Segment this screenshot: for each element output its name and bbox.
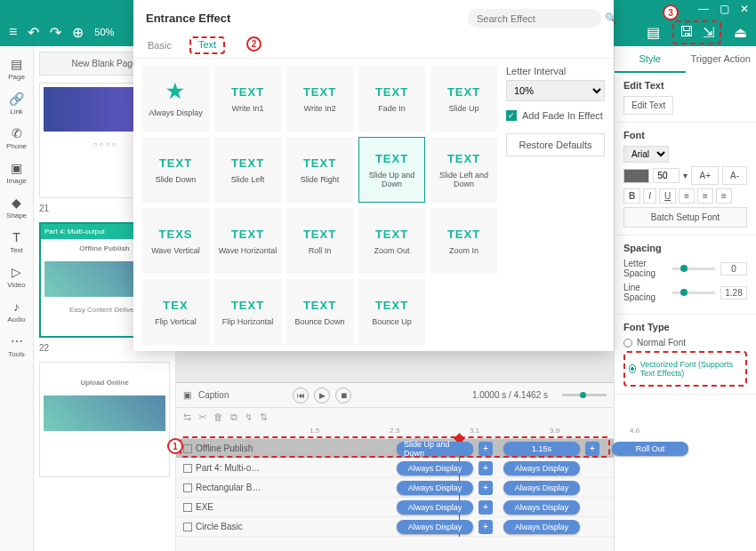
exit-icon[interactable]: ⏏ — [734, 24, 747, 41]
effect-fade-in[interactable]: TEXTFade In — [358, 66, 425, 132]
add-effect-button[interactable]: + — [479, 520, 493, 534]
effect-flip-vertical[interactable]: TEXFlip Vertical — [142, 279, 209, 345]
window-min[interactable]: — — [698, 3, 709, 15]
edit-text-button[interactable]: Edit Text — [623, 96, 673, 115]
preview-icon[interactable]: ▤ — [647, 24, 660, 41]
tl-prev-icon[interactable]: ⏮ — [293, 387, 309, 403]
effect-pill[interactable]: Always Display — [503, 520, 580, 534]
effect-pill[interactable]: Always Display — [397, 461, 473, 475]
effect-pill[interactable]: Slide Up and Down — [397, 442, 473, 456]
tl-tool[interactable]: ✂ — [198, 411, 206, 423]
tl-tool[interactable]: ⇆ — [183, 411, 191, 423]
font-color-swatch[interactable] — [623, 169, 649, 183]
font-increase[interactable]: A+ — [691, 166, 719, 185]
effect-pill[interactable]: Roll Out — [612, 442, 688, 456]
tl-tool[interactable]: ↯ — [245, 411, 253, 423]
timeline-row[interactable]: Rectangular B…Always Display+Always Disp… — [176, 478, 614, 498]
export-icon[interactable]: ⇲ — [703, 24, 714, 41]
tl-play-icon[interactable]: ▶ — [314, 387, 330, 403]
restore-defaults-button[interactable]: Restore Defaults — [506, 133, 605, 156]
underline-button[interactable]: U — [659, 188, 676, 204]
line-spacing-slider[interactable] — [672, 291, 716, 294]
normal-font-radio[interactable] — [623, 339, 632, 347]
italic-button[interactable]: I — [643, 188, 656, 204]
redo-icon[interactable]: ↷ — [50, 24, 61, 41]
tl-tool[interactable]: ⇅ — [260, 411, 268, 423]
effect-slide-left[interactable]: TEXTSlide Left — [214, 137, 281, 203]
effect-slide-up-and-down[interactable]: TEXTSlide Up and Down — [358, 137, 425, 203]
zoom-icon[interactable]: ⊕ — [72, 24, 84, 41]
thumb-23[interactable]: Upload Online — [39, 362, 170, 477]
align-left-icon[interactable]: ≡ — [679, 188, 695, 204]
tl-stop-icon[interactable]: ⏹ — [335, 387, 351, 403]
effect-zoom-out[interactable]: TEXTZoom Out — [358, 208, 425, 274]
add-effect-button[interactable]: + — [479, 461, 493, 475]
tool-page[interactable]: ▤Page — [2, 53, 32, 84]
tool-shape[interactable]: ◆Shape — [2, 192, 32, 223]
tool-phone[interactable]: ✆Phone — [2, 123, 32, 154]
tool-text[interactable]: TText — [2, 227, 32, 258]
tl-tool[interactable]: 🗑 — [213, 411, 223, 423]
effect-wave-horizontal[interactable]: TEXTWave Horizontal — [214, 208, 281, 274]
tool-audio[interactable]: ♪Audio — [2, 296, 32, 327]
effect-pill[interactable]: Always Display — [503, 500, 580, 515]
tab-trigger-action[interactable]: Trigger Action — [686, 46, 757, 73]
undo-icon[interactable]: ↶ — [28, 24, 39, 41]
add-effect-button[interactable]: + — [479, 442, 493, 456]
menu-icon[interactable]: ≡ — [9, 24, 17, 40]
effect-bounce-down[interactable]: TEXTBounce Down — [286, 279, 353, 345]
effect-slide-down[interactable]: TEXTSlide Down — [142, 137, 209, 203]
effect-bounce-up[interactable]: TEXTBounce Up — [358, 279, 425, 345]
search-input[interactable] — [477, 13, 599, 24]
effect-pill[interactable]: Always Display — [397, 481, 473, 495]
bold-button[interactable]: B — [623, 188, 640, 204]
font-family-select[interactable]: Arial — [623, 146, 669, 163]
tool-video[interactable]: ▷Video — [2, 261, 32, 292]
effect-pill[interactable]: 1.15s — [503, 442, 580, 456]
effect-slide-right[interactable]: TEXTSlide Right — [286, 137, 353, 203]
tl-zoom-slider[interactable] — [562, 394, 607, 396]
save-icon[interactable]: 🖫 — [680, 24, 694, 41]
timeline-row[interactable]: Circle BasicAlways Display+Always Displa… — [176, 517, 614, 537]
letter-interval-select[interactable]: 10% — [506, 80, 605, 101]
batch-setup-font-button[interactable]: Batch Setup Font — [623, 207, 747, 228]
tl-tool[interactable]: ⧉ — [230, 411, 237, 423]
tab-style[interactable]: Style — [615, 46, 686, 73]
tab-basic[interactable]: Basic — [146, 36, 173, 54]
tool-link[interactable]: 🔗Link — [2, 88, 32, 119]
letter-spacing-value[interactable]: 0 — [720, 262, 747, 276]
font-decrease[interactable]: A- — [722, 166, 747, 185]
search-effect-field[interactable]: 🔍 — [468, 9, 601, 28]
effect-wave-vertical[interactable]: TEXSWave Vertical — [142, 208, 209, 274]
effect-pill[interactable]: Always Display — [503, 461, 580, 475]
line-spacing-value[interactable]: 1.28 — [720, 286, 747, 299]
tab-text[interactable]: Text — [198, 39, 216, 50]
effect-flip-horizontal[interactable]: TEXTFlip Horizontal — [214, 279, 281, 345]
tool-image[interactable]: ▣Image — [2, 157, 32, 188]
effect-always-display[interactable]: ★Always Display — [142, 66, 209, 132]
timeline-row[interactable]: Offline PublishSlide Up and Down+1.15s+R… — [176, 439, 614, 459]
add-effect-button[interactable]: + — [585, 442, 599, 456]
effect-pill[interactable]: Always Display — [503, 481, 580, 495]
effect-pill[interactable]: Always Display — [397, 520, 473, 534]
timeline-row[interactable]: EXEAlways Display+Always Display — [176, 498, 614, 517]
tool-tools[interactable]: ⋯Tools — [2, 331, 32, 362]
effect-roll-in[interactable]: TEXTRoll In — [286, 208, 353, 274]
letter-spacing-slider[interactable] — [672, 268, 716, 270]
zoom-level[interactable]: 50% — [94, 27, 114, 37]
effect-pill[interactable]: Always Display — [397, 500, 473, 515]
align-right-icon[interactable]: ≡ — [716, 188, 732, 204]
add-fade-checkbox[interactable]: ✓ — [506, 110, 517, 121]
add-effect-button[interactable]: + — [479, 500, 493, 515]
add-effect-button[interactable]: + — [479, 481, 493, 495]
effect-write-in2[interactable]: TEXTWrite In2 — [286, 66, 353, 132]
vectorized-font-radio[interactable] — [629, 364, 636, 373]
timeline-row[interactable]: Part 4: Multi-o…Always Display+Always Di… — [176, 459, 614, 478]
window-max[interactable]: ▢ — [720, 3, 729, 15]
effect-slide-left-and-down[interactable]: TEXTSlide Left and Down — [430, 137, 497, 203]
window-close[interactable]: ✕ — [740, 3, 749, 15]
effect-slide-up[interactable]: TEXTSlide Up — [430, 66, 497, 132]
effect-write-in1[interactable]: TEXTWrite In1 — [214, 66, 281, 132]
align-center-icon[interactable]: ≡ — [697, 188, 713, 204]
font-size-input[interactable] — [653, 168, 680, 183]
